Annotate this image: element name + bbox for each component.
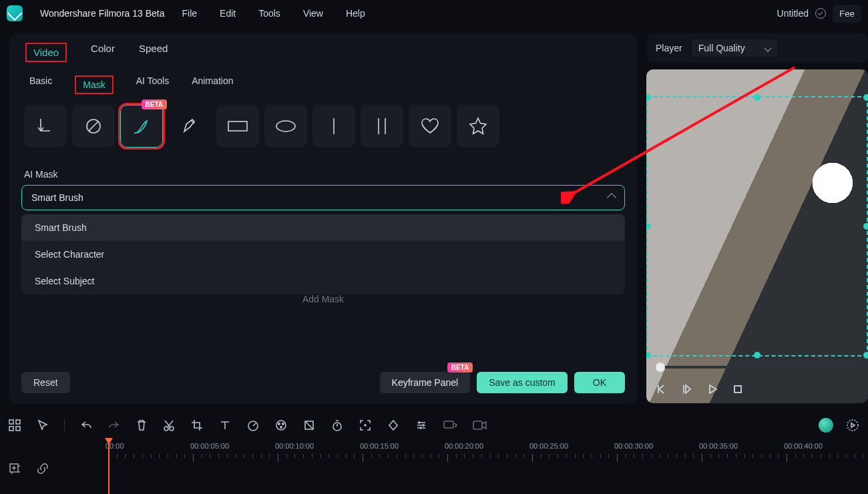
timeline-ruler[interactable]: 00:0000:00:05:0000:00:10:0000:00:15:0000… (108, 442, 860, 482)
record-icon[interactable] (472, 419, 488, 431)
cursor-icon[interactable] (36, 419, 49, 432)
titlebar: Wondershare Filmora 13 Beta File Edit To… (0, 0, 868, 27)
handle-br[interactable] (863, 352, 868, 358)
apps-icon[interactable] (8, 419, 21, 432)
keyframe-panel-button[interactable]: Keyframe Panel (380, 372, 471, 393)
play-icon[interactable] (706, 383, 718, 395)
preview-scrubber[interactable] (656, 366, 859, 368)
subtitle-icon[interactable] (443, 419, 457, 432)
inspector-panel: Video Color Speed Basic Mask AI Tools An… (9, 33, 637, 404)
render-icon[interactable] (845, 418, 860, 433)
tab-color[interactable]: Color (91, 43, 115, 62)
subtab-mask[interactable]: Mask (83, 79, 105, 90)
redo-icon[interactable] (107, 419, 121, 432)
subtab-animation[interactable]: Animation (192, 75, 233, 94)
mask-brush-icon[interactable] (120, 105, 163, 148)
mask-none-icon[interactable] (24, 105, 67, 148)
delete-icon[interactable] (136, 419, 148, 432)
svg-rect-8 (16, 427, 20, 431)
timeline-tools (8, 418, 860, 433)
text-icon[interactable] (218, 419, 232, 432)
svg-rect-19 (473, 421, 482, 429)
mask-split-double-icon[interactable] (361, 105, 403, 148)
ai-mask-dropdown[interactable]: Smart Brush (21, 185, 625, 210)
handle-tl[interactable] (646, 94, 651, 101)
svg-point-13 (278, 423, 280, 425)
mask-pen-icon[interactable] (168, 105, 211, 148)
time-label: 00:00:30:00 (614, 442, 653, 450)
stop-icon[interactable] (732, 383, 744, 395)
preview-viewport[interactable] (646, 69, 868, 403)
sub-tabs: Basic Mask AI Tools Animation (9, 66, 637, 101)
handle-mr[interactable] (863, 223, 868, 230)
timer-icon[interactable] (331, 419, 344, 432)
mask-heart-icon[interactable] (409, 105, 451, 148)
option-select-subject[interactable]: Select Subject (21, 268, 625, 294)
svg-rect-1 (228, 121, 247, 131)
mask-split-v-icon[interactable] (312, 105, 355, 148)
svg-rect-7 (9, 427, 13, 431)
handle-tm[interactable] (754, 94, 761, 101)
handle-bm[interactable] (754, 352, 761, 358)
menu-file[interactable]: File (182, 8, 198, 19)
menu-help[interactable]: Help (346, 8, 365, 19)
player-quality-dropdown[interactable]: Full Quality (692, 39, 777, 57)
step-back-icon[interactable] (681, 383, 693, 395)
svg-rect-18 (444, 421, 453, 428)
mask-tool-row: BETA (9, 101, 637, 152)
primary-tabs: Video Color Speed (9, 33, 637, 66)
prev-frame-icon[interactable] (656, 383, 668, 395)
option-select-character[interactable]: Select Character (21, 241, 625, 268)
transport-controls (656, 383, 744, 395)
focus-icon[interactable] (359, 419, 372, 432)
time-label: 00:00:35:00 (699, 442, 738, 450)
color-icon[interactable] (274, 419, 288, 432)
tab-video[interactable]: Video (33, 47, 59, 58)
player-label: Player (656, 43, 682, 53)
ai-mask-selected: Smart Brush (31, 192, 83, 203)
svg-point-15 (280, 427, 282, 428)
adjust-icon[interactable] (415, 419, 428, 432)
mask-ellipse-icon[interactable] (264, 105, 307, 148)
mask-rect-icon[interactable] (216, 105, 259, 148)
link-icon[interactable] (36, 462, 49, 475)
app-logo-icon (7, 5, 23, 21)
save-as-custom-button[interactable]: Save as custom (477, 372, 568, 393)
crop-icon[interactable] (190, 419, 204, 432)
subtab-basic[interactable]: Basic (29, 75, 52, 94)
handle-tr[interactable] (863, 94, 868, 101)
playhead[interactable] (108, 439, 110, 494)
subtab-ai-tools[interactable]: AI Tools (136, 75, 170, 94)
ok-button[interactable]: OK (574, 372, 625, 393)
add-track-icon[interactable] (8, 462, 21, 475)
option-smart-brush[interactable]: Smart Brush (21, 214, 625, 241)
beta-badge: BETA (142, 99, 167, 109)
tab-speed[interactable]: Speed (139, 43, 168, 62)
menu-tools[interactable]: Tools (258, 8, 280, 19)
mask-star-icon[interactable] (457, 105, 499, 148)
kf-beta-badge: BETA (447, 362, 473, 373)
scrubber-handle[interactable] (656, 362, 665, 372)
handle-ml[interactable] (646, 223, 651, 230)
add-mask-button[interactable]: Add Mask (9, 294, 637, 306)
mask-circle-slash-icon[interactable] (72, 105, 115, 148)
ai-mask-options: Smart Brush Select Character Select Subj… (21, 214, 625, 294)
keyframe-icon[interactable] (387, 419, 400, 432)
speed-icon[interactable] (246, 419, 260, 432)
ai-mask-label: AI Mask (9, 152, 637, 185)
svg-point-20 (847, 420, 858, 431)
reset-button[interactable]: Reset (21, 372, 70, 393)
selection-frame[interactable] (646, 96, 868, 356)
menu-edit[interactable]: Edit (220, 8, 236, 19)
ai-assist-icon[interactable] (819, 418, 833, 433)
project-title: Untitled (777, 8, 809, 19)
transform-icon[interactable] (302, 419, 316, 432)
cut-icon[interactable] (162, 419, 176, 432)
feedback-button[interactable]: Fee (833, 5, 861, 23)
svg-rect-5 (9, 420, 13, 424)
undo-icon[interactable] (79, 419, 93, 432)
saved-check-icon (815, 8, 826, 19)
menu-view[interactable]: View (303, 8, 323, 19)
separator (64, 419, 65, 432)
svg-rect-3 (734, 386, 741, 393)
